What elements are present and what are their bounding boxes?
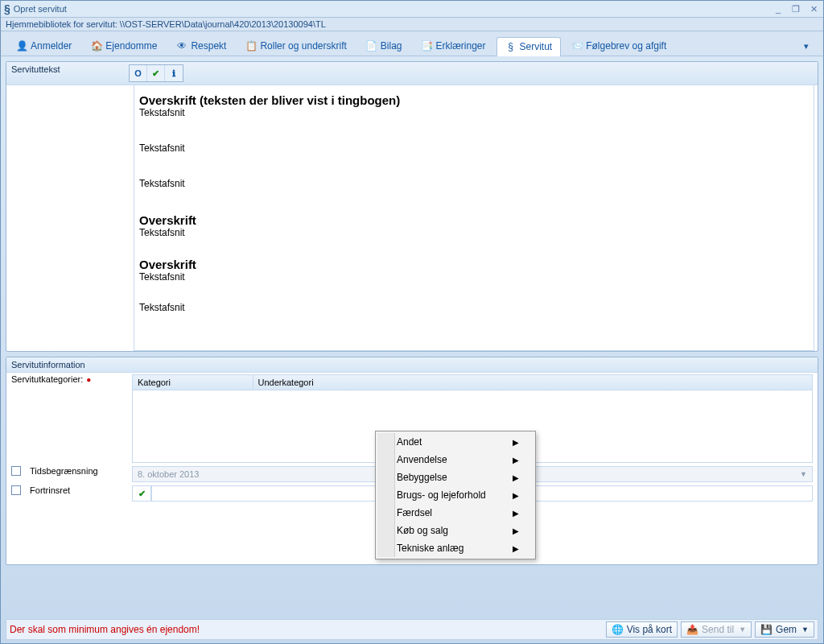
required-icon: ● xyxy=(86,375,91,384)
editor-toolbar: O ✔ ℹ xyxy=(129,64,183,82)
window-controls: _ ❐ ✕ xyxy=(772,4,820,14)
tids-value: 8. oktober 2013 xyxy=(138,469,199,479)
tabstrip: 👤Anmelder 🏠Ejendomme 👁Respekt 📋Roller og… xyxy=(1,31,823,56)
status-bar: Der skal som minimum angives én ejendom!… xyxy=(6,619,818,640)
chevron-down-icon: ▼ xyxy=(739,625,746,634)
tab-anmelder[interactable]: 👤Anmelder xyxy=(7,36,80,56)
save-icon: 💾 xyxy=(760,624,772,635)
menu-label: Færdsel xyxy=(397,507,432,518)
tab-label: Servitut xyxy=(520,41,553,52)
button-label: Gem xyxy=(776,624,797,635)
globe-icon: 🌐 xyxy=(612,624,624,635)
eye-icon: 👁 xyxy=(176,40,187,52)
minimize-button[interactable]: _ xyxy=(772,4,785,14)
editor-paragraph: Tekstafsnit xyxy=(139,302,809,313)
tab-overflow[interactable]: ▾ xyxy=(796,41,817,56)
submenu-arrow-icon: ▶ xyxy=(513,473,519,482)
button-label: Send til xyxy=(702,624,734,635)
menu-andet[interactable]: Andet▶ xyxy=(377,433,534,451)
submenu-arrow-icon: ▶ xyxy=(513,456,519,464)
submenu-arrow-icon: ▶ xyxy=(513,438,519,447)
menu-anvendelse[interactable]: Anvendelse▶ xyxy=(377,451,534,469)
servitut-editor[interactable]: Overskrift (teksten der bliver vist i ti… xyxy=(134,85,814,351)
button-label: Vis på kort xyxy=(627,624,672,635)
info-button[interactable]: ℹ xyxy=(165,65,183,81)
tab-servitut[interactable]: §Servitut xyxy=(496,37,562,56)
menu-tekniske[interactable]: Tekniske anlæg▶ xyxy=(377,539,534,557)
menu-faerdsel[interactable]: Færdsel▶ xyxy=(377,504,534,522)
editor-paragraph: Tekstafsnit xyxy=(139,107,809,118)
menu-label: Tekniske anlæg xyxy=(397,543,464,554)
close-button[interactable]: ✕ xyxy=(807,4,820,14)
roles-icon: 📋 xyxy=(245,40,257,52)
tids-checkbox[interactable] xyxy=(11,466,21,476)
fortrin-check-button[interactable]: ✔ xyxy=(132,485,151,502)
outline-button[interactable]: O xyxy=(130,65,147,81)
status-error: Der skal som minimum angives én ejendom! xyxy=(10,624,603,635)
menu-label: Køb og salg xyxy=(397,525,448,536)
submenu-arrow-icon: ▶ xyxy=(513,491,519,500)
menu-kob[interactable]: Køb og salg▶ xyxy=(377,522,534,539)
tab-ejendomme[interactable]: 🏠Ejendomme xyxy=(82,36,166,56)
col-kategori[interactable]: Kategori xyxy=(133,375,253,390)
tab-label: Ejendomme xyxy=(105,40,157,52)
validate-button[interactable]: ✔ xyxy=(147,65,165,81)
editor-heading: Overskrift (teksten der bliver vist i ti… xyxy=(139,93,809,107)
editor-paragraph: Tekstafsnit xyxy=(139,142,809,154)
path-bar: Hjemmebibliotek for servitut: \\OST-SERV… xyxy=(1,17,823,31)
vis-kort-button[interactable]: 🌐Vis på kort xyxy=(606,621,678,638)
context-menu: Andet▶ Anvendelse▶ Bebyggelse▶ Brugs- og… xyxy=(375,431,536,559)
menu-label: Anvendelse xyxy=(397,454,447,465)
menu-brugs[interactable]: Brugs- og lejeforhold▶ xyxy=(377,486,534,504)
editor-paragraph: Tekstafsnit xyxy=(139,178,809,189)
submenu-arrow-icon: ▶ xyxy=(513,509,519,518)
titlebar: § Opret servitut _ ❐ ✕ xyxy=(1,1,823,17)
submenu-arrow-icon: ▶ xyxy=(513,526,519,535)
fortrin-label: Fortrinsret xyxy=(30,485,70,495)
servituttekst-group: Servituttekst O ✔ ℹ Overskrift (teksten … xyxy=(6,61,818,352)
editor-paragraph: Tekstafsnit xyxy=(139,271,809,283)
editor-heading: Overskrift xyxy=(139,213,809,227)
person-icon: 👤 xyxy=(16,40,27,52)
tab-folgebrev[interactable]: 📨Følgebrev og afgift xyxy=(562,36,675,56)
tab-label: Respekt xyxy=(191,40,226,52)
tab-bilag[interactable]: 📄Bilag xyxy=(357,36,411,56)
tids-label: Tidsbegrænsning xyxy=(30,466,98,476)
tab-respekt[interactable]: 👁Respekt xyxy=(167,36,235,56)
section-icon: § xyxy=(505,41,517,52)
tab-label: Anmelder xyxy=(31,40,72,52)
gem-button[interactable]: 💾Gem▼ xyxy=(755,621,814,638)
tab-roller[interactable]: 📋Roller og underskrift xyxy=(237,36,355,56)
col-underkategori[interactable]: Underkategori xyxy=(253,375,813,390)
editor-paragraph: Tekstafsnit xyxy=(139,227,809,238)
menu-label: Brugs- og lejeforhold xyxy=(397,489,486,501)
editor-heading: Overskrift xyxy=(139,258,809,271)
section-icon: § xyxy=(4,2,10,15)
kategorier-label: Servitutkategorier: xyxy=(11,374,83,384)
submenu-arrow-icon: ▶ xyxy=(513,544,519,553)
menu-label: Bebyggelse xyxy=(397,472,447,483)
tab-erklaeringer[interactable]: 📑Erklæringer xyxy=(413,36,495,56)
letter-icon: 📨 xyxy=(571,40,583,52)
tab-label: Følgebrev og afgift xyxy=(586,40,666,52)
fortrin-checkbox[interactable] xyxy=(11,485,21,495)
attachment-icon: 📄 xyxy=(366,40,377,52)
chevron-down-icon: ▼ xyxy=(800,470,807,478)
servitutinfo-title: Servitutinformation xyxy=(11,360,85,369)
declaration-icon: 📑 xyxy=(422,40,433,52)
send-icon: 📤 xyxy=(686,624,698,635)
window-title: Opret servitut xyxy=(14,4,772,14)
menu-label: Andet xyxy=(397,436,422,448)
tab-label: Roller og underskrift xyxy=(260,40,346,52)
menu-bebyggelse[interactable]: Bebyggelse▶ xyxy=(377,469,534,486)
servituttekst-label: Servituttekst xyxy=(11,64,122,74)
send-til-button[interactable]: 📤Send til▼ xyxy=(681,621,752,638)
tab-label: Erklæringer xyxy=(436,40,486,52)
chevron-down-icon: ▼ xyxy=(801,625,809,634)
tab-label: Bilag xyxy=(381,40,402,52)
house-icon: 🏠 xyxy=(91,40,102,52)
maximize-button[interactable]: ❐ xyxy=(789,4,802,14)
